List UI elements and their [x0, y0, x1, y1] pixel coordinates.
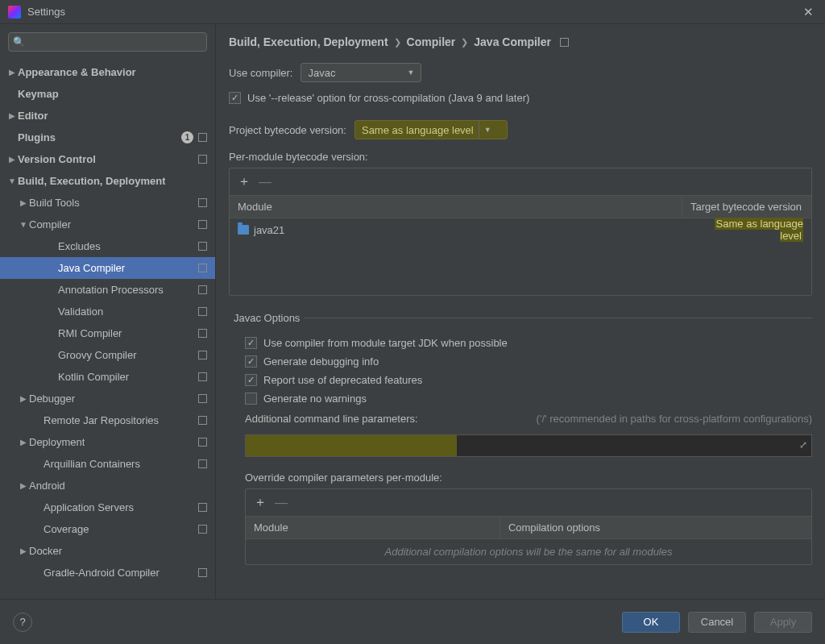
module-name: java21 [254, 224, 284, 236]
sidebar-item-label: Groovy Compiler [58, 349, 137, 361]
sidebar-item-label: Kotlin Compiler [58, 371, 129, 383]
sidebar-item-label: Debugger [29, 393, 75, 405]
project-bytecode-combo[interactable]: Same as language level ▼ [354, 120, 508, 139]
sidebar-item-application-servers[interactable]: Application Servers [0, 497, 215, 518]
additional-params-label: Additional command line parameters: [245, 413, 418, 425]
add-button[interactable]: ＋ [238, 173, 251, 190]
project-scope-icon [198, 198, 207, 207]
search-input[interactable] [8, 32, 207, 52]
sidebar-item-annotation-processors[interactable]: Annotation Processors [0, 279, 215, 301]
project-scope-icon [198, 329, 207, 338]
breadcrumb-b[interactable]: Compiler [407, 35, 456, 48]
additional-params-hint: ('/' recommended in paths for cross-plat… [537, 413, 812, 425]
sidebar-item-plugins[interactable]: Plugins1 [0, 127, 215, 148]
additional-params-input[interactable] [245, 434, 812, 457]
sidebar-item-keymap[interactable]: Keymap [0, 83, 215, 105]
sidebar-item-appearance-behavior[interactable]: ▶Appearance & Behavior [0, 61, 215, 83]
chevron-right-icon: ▶ [6, 155, 18, 164]
content-pane: Build, Execution, Deployment ❯ Compiler … [216, 24, 825, 599]
project-scope-icon [198, 459, 207, 468]
ok-button[interactable]: OK [622, 612, 680, 633]
sidebar-item-compiler[interactable]: ▼Compiler [0, 214, 215, 235]
module-jdk-label: Use compiler from module target JDK when… [263, 337, 508, 349]
column-target: Target bytecode version [682, 196, 811, 218]
add-button[interactable]: ＋ [254, 494, 267, 511]
sidebar-item-remote-jar-repositories[interactable]: Remote Jar Repositories [0, 409, 215, 431]
chevron-down-icon: ▼ [18, 220, 29, 229]
sidebar-item-rmi-compiler[interactable]: RMI Compiler [0, 322, 215, 344]
sidebar-item-editor[interactable]: ▶Editor [0, 105, 215, 127]
release-option-checkbox[interactable] [229, 92, 241, 104]
sidebar-item-debugger[interactable]: ▶Debugger [0, 388, 215, 409]
sidebar-item-label: Coverage [44, 523, 89, 535]
search-icon: 🔍 [13, 36, 25, 48]
use-compiler-combo[interactable]: Javac ▼ [301, 63, 421, 82]
debug-info-label: Generate debugging info [263, 355, 379, 368]
nowarn-checkbox[interactable] [245, 393, 257, 405]
sidebar-item-label: RMI Compiler [58, 327, 122, 339]
updates-badge: 1 [181, 131, 193, 143]
column-module: Module [246, 517, 500, 538]
sidebar-item-label: Editor [18, 110, 48, 122]
sidebar-item-deployment[interactable]: ▶Deployment [0, 431, 215, 453]
sidebar-item-coverage[interactable]: Coverage [0, 518, 215, 540]
table-row[interactable]: java21 Same as language level [230, 218, 811, 241]
module-jdk-checkbox[interactable] [245, 337, 257, 349]
debug-info-checkbox[interactable] [245, 355, 257, 368]
sidebar-item-android[interactable]: ▶Android [0, 475, 215, 497]
project-scope-icon [198, 394, 207, 403]
per-module-label: Per-module bytecode version: [229, 151, 812, 163]
project-scope-icon [198, 242, 207, 251]
project-scope-icon [198, 155, 207, 164]
chevron-down-icon: ▼ [408, 69, 415, 77]
sidebar-item-docker[interactable]: ▶Docker [0, 540, 215, 562]
release-option-label: Use '--release' option for cross-compila… [247, 92, 529, 104]
footer: ? OK Cancel Apply [0, 599, 825, 644]
chevron-right-icon: ❯ [394, 37, 401, 48]
sidebar-item-label: Appearance & Behavior [18, 66, 136, 78]
sidebar-item-kotlin-compiler[interactable]: Kotlin Compiler [0, 366, 215, 388]
per-module-table: ＋ — Module Target bytecode version java2… [229, 168, 812, 296]
breadcrumb-c: Java Compiler [474, 35, 551, 48]
chevron-right-icon: ▶ [18, 546, 29, 555]
cancel-button[interactable]: Cancel [688, 612, 746, 633]
sidebar-item-version-control[interactable]: ▶Version Control [0, 148, 215, 170]
apply-button[interactable]: Apply [754, 612, 812, 633]
sidebar-item-build-execution-deployment[interactable]: ▼Build, Execution, Deployment [0, 170, 215, 192]
project-scope-icon [198, 285, 207, 294]
sidebar-item-gradle-android-compiler[interactable]: Gradle-Android Compiler [0, 562, 215, 584]
sidebar-item-label: Gradle-Android Compiler [44, 567, 160, 579]
project-scope-icon [560, 38, 569, 47]
project-scope-icon [198, 416, 207, 425]
sidebar-item-label: Docker [29, 545, 62, 557]
project-scope-icon [198, 351, 207, 359]
sidebar-item-label: Arquillian Containers [44, 458, 140, 470]
deprecated-checkbox[interactable] [245, 374, 257, 386]
sidebar-item-arquillian-containers[interactable]: Arquillian Containers [0, 453, 215, 475]
chevron-right-icon: ❯ [461, 37, 468, 48]
breadcrumb: Build, Execution, Deployment ❯ Compiler … [229, 35, 812, 48]
close-icon[interactable]: ✕ [800, 5, 817, 19]
help-button[interactable]: ? [13, 613, 32, 632]
project-scope-icon [198, 220, 207, 229]
folder-icon [238, 225, 249, 235]
sidebar-item-label: Plugins [18, 131, 56, 143]
project-scope-icon [198, 372, 207, 381]
sidebar-item-excludes[interactable]: Excludes [0, 235, 215, 257]
remove-button[interactable]: — [275, 496, 288, 510]
javac-options-title: Javac Options [229, 312, 305, 324]
sidebar-item-label: Deployment [29, 436, 85, 448]
breadcrumb-a[interactable]: Build, Execution, Deployment [229, 35, 388, 48]
chevron-right-icon: ▶ [18, 481, 29, 490]
sidebar-item-label: Version Control [18, 153, 96, 165]
titlebar-title: Settings [27, 6, 65, 18]
sidebar-item-build-tools[interactable]: ▶Build Tools [0, 192, 215, 214]
sidebar-item-java-compiler[interactable]: Java Compiler [0, 257, 215, 279]
sidebar-item-groovy-compiler[interactable]: Groovy Compiler [0, 344, 215, 366]
expand-icon[interactable]: ⤢ [799, 439, 807, 451]
sidebar-item-label: Validation [58, 305, 103, 318]
remove-button[interactable]: — [259, 175, 272, 189]
sidebar-item-validation[interactable]: Validation [0, 301, 215, 322]
project-scope-icon [198, 525, 207, 534]
override-table: ＋ — Module Compilation options Additiona… [245, 488, 812, 565]
